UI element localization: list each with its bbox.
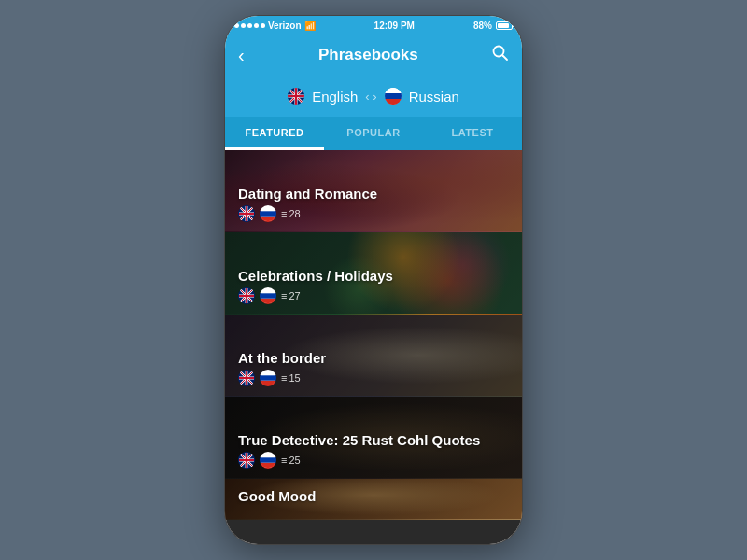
card-info: True Detective: 25 Rust Cohl Quotes ≡ 25: [238, 432, 480, 469]
svg-rect-46: [261, 375, 275, 380]
card-good-mood[interactable]: Good Mood: [225, 479, 522, 520]
card-info: Celebrations / Holidays ≡ 27: [238, 268, 393, 304]
phrasebook-list: Dating and Romance ≡ 28: [225, 150, 522, 544]
card-title: Dating and Romance: [238, 186, 377, 202]
tab-latest[interactable]: LATEST: [423, 117, 522, 150]
card-meta: ≡ 27: [238, 287, 393, 304]
card-title: At the border: [238, 350, 326, 366]
phone-frame: Verizon 📶 12:09 PM 88% ‹ Phrasebooks: [224, 15, 523, 545]
signal-dot-4: [254, 23, 259, 28]
nav-bar: ‹ Phrasebooks: [225, 35, 522, 76]
target-language[interactable]: Russian: [409, 89, 459, 105]
svg-rect-13: [385, 93, 402, 99]
search-button[interactable]: [492, 45, 509, 66]
tab-popular[interactable]: POPULAR: [324, 117, 423, 150]
card-dating-romance[interactable]: Dating and Romance ≡ 28: [225, 150, 522, 232]
back-button[interactable]: ‹: [238, 45, 245, 66]
svg-rect-35: [261, 293, 275, 298]
battery-icon: [496, 21, 513, 30]
svg-rect-57: [261, 457, 275, 462]
list-icon: ≡: [281, 372, 287, 384]
card-count: ≡ 25: [281, 455, 301, 466]
svg-line-1: [503, 55, 508, 60]
card-info: Dating and Romance ≡ 28: [238, 186, 377, 222]
tab-featured[interactable]: FEATURED: [225, 117, 324, 150]
status-right: 88%: [473, 21, 513, 31]
card-title: Celebrations / Holidays: [238, 268, 393, 284]
signal-dot-5: [261, 23, 265, 28]
card-info: At the border ≡ 15: [238, 350, 326, 386]
card-flag-ru: [260, 370, 276, 386]
card-flag-ru: [260, 205, 276, 222]
card-count: ≡ 28: [281, 208, 301, 219]
card-meta: ≡ 28: [238, 205, 377, 222]
list-icon: ≡: [281, 455, 287, 466]
card-flag-uk: [238, 370, 255, 386]
carrier-name: Verizon: [268, 21, 302, 31]
card-info: Good Mood: [238, 488, 316, 508]
list-icon: ≡: [281, 290, 287, 301]
svg-point-0: [494, 46, 504, 56]
source-flag: [288, 88, 304, 105]
battery-percent: 88%: [473, 21, 492, 31]
signal-dot-1: [234, 23, 239, 28]
card-flag-uk: [238, 205, 255, 222]
card-flag-uk: [238, 452, 255, 469]
card-meta: ≡ 15: [238, 370, 326, 386]
card-flag-uk: [238, 287, 255, 304]
signal-dots: [234, 23, 265, 28]
card-count: ≡ 15: [281, 372, 301, 384]
card-flag-ru: [260, 452, 276, 469]
card-at-border[interactable]: At the border ≡ 15: [225, 315, 522, 397]
status-bar: Verizon 📶 12:09 PM 88%: [225, 16, 522, 35]
battery-fill: [498, 23, 509, 28]
search-icon: [492, 45, 509, 62]
card-meta: ≡ 25: [238, 452, 480, 469]
list-icon: ≡: [281, 208, 287, 219]
language-swap-icon[interactable]: ‹ ›: [365, 90, 376, 104]
source-language[interactable]: English: [312, 89, 358, 105]
tabs-bar: FEATURED POPULAR LATEST: [225, 117, 522, 150]
card-flag-ru: [260, 287, 276, 304]
status-left: Verizon 📶: [234, 21, 316, 31]
card-celebrations[interactable]: Celebrations / Holidays ≡ 27: [225, 232, 522, 315]
status-time: 12:09 PM: [374, 21, 415, 31]
wifi-icon: 📶: [304, 21, 316, 31]
card-count: ≡ 27: [281, 290, 301, 301]
svg-rect-24: [261, 211, 275, 216]
card-title: True Detective: 25 Rust Cohl Quotes: [238, 432, 480, 448]
card-true-detective[interactable]: True Detective: 25 Rust Cohl Quotes ≡ 25: [225, 397, 522, 479]
signal-dot-3: [247, 23, 252, 28]
card-title: Good Mood: [238, 488, 316, 504]
language-bar: English ‹ › Russian: [225, 76, 522, 117]
target-flag: [385, 88, 402, 105]
signal-dot-2: [241, 23, 246, 28]
page-title: Phrasebooks: [318, 46, 418, 64]
